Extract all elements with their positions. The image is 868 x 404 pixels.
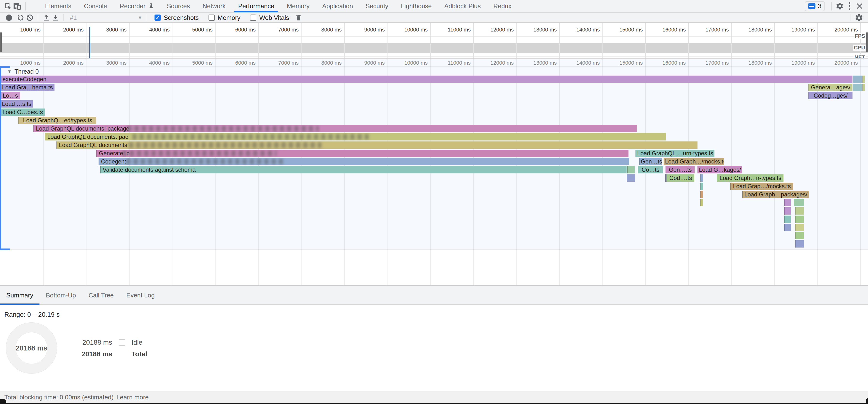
checkbox-unchecked-icon[interactable]	[250, 14, 256, 21]
flame-event-sliver[interactable]	[784, 216, 791, 223]
flame-event-sliver[interactable]	[795, 224, 804, 231]
flame-event[interactable]: Load GraphQL documents: package	[33, 125, 637, 132]
flame-event-sliver[interactable]	[701, 175, 703, 182]
flame-event-sliver[interactable]	[701, 191, 703, 198]
checkbox-web-vitals[interactable]: Web Vitals	[250, 14, 289, 22]
clear-icon[interactable]	[25, 13, 34, 22]
overview-left-handle[interactable]	[0, 32, 2, 52]
flame-event-label: Genera…ages/	[811, 84, 850, 91]
checkbox-checked-icon[interactable]: ✓	[155, 14, 161, 21]
tab-lighthouse[interactable]: Lighthouse	[395, 0, 438, 12]
flame-event[interactable]: Load G…kages/	[698, 166, 742, 174]
tab-redux[interactable]: Redux	[487, 0, 518, 12]
tab-memory[interactable]: Memory	[280, 0, 316, 12]
flame-event[interactable]: Gen….ts	[665, 166, 694, 174]
profile-select[interactable]: #1 ▼	[70, 14, 143, 22]
issues-badge[interactable]: 3	[805, 1, 825, 11]
flame-event[interactable]: Load Graph…/mocks.ts	[663, 158, 724, 165]
flame-event-sliver[interactable]	[853, 75, 862, 83]
flame-event-sliver[interactable]	[784, 199, 791, 206]
flame-event-sliver[interactable]	[784, 224, 791, 231]
flame-event[interactable]: Co…ts	[638, 166, 663, 174]
timeline-overview[interactable]: 1000 ms2000 ms3000 ms4000 ms5000 ms6000 …	[0, 23, 868, 59]
flame-event[interactable]: Codegen:	[99, 158, 629, 165]
device-toolbar-icon[interactable]	[12, 1, 22, 11]
flame-event[interactable]: executeCodegen	[0, 75, 852, 83]
tab-adblock-plus[interactable]: Adblock Plus	[438, 0, 487, 12]
inspect-element-icon[interactable]	[3, 1, 12, 11]
overview-tick	[774, 23, 775, 58]
details-tab-event-log[interactable]: Event Log	[120, 286, 161, 305]
reload-and-record-icon[interactable]	[16, 13, 25, 22]
flame-event[interactable]: Cod….ts	[666, 175, 694, 182]
flame-event[interactable]: Load GraphQL …urn-types.ts	[636, 150, 714, 157]
tab-label: Performance	[238, 2, 274, 10]
tab-network[interactable]: Network	[196, 0, 232, 12]
flame-event-sliver[interactable]	[627, 175, 635, 182]
flame-event-sliver[interactable]	[701, 199, 703, 206]
flame-event[interactable]: Gen…ts	[640, 158, 662, 165]
flame-event[interactable]: Load Grap…/mocks.ts	[730, 183, 793, 190]
capture-settings-gear-icon[interactable]	[855, 13, 864, 22]
flame-event-sliver[interactable]	[701, 183, 703, 190]
delete-recording-icon[interactable]	[294, 13, 303, 22]
flame-event-sliver[interactable]	[795, 207, 804, 215]
overview-tick	[215, 23, 216, 58]
flame-event[interactable]: Load …s.ts	[0, 100, 33, 107]
overview-playhead[interactable]	[89, 27, 90, 58]
flame-event-sliver[interactable]	[795, 240, 804, 248]
more-options-icon[interactable]	[848, 2, 850, 10]
flame-tick-label: 6000 ms	[235, 60, 258, 66]
thread-header[interactable]: ▼ Thread 0	[7, 68, 39, 75]
flame-event-sliver[interactable]	[794, 199, 804, 206]
tab-application[interactable]: Application	[316, 0, 359, 12]
overview-tick	[473, 23, 474, 58]
flame-event[interactable]: Genera…ages/	[808, 84, 852, 91]
flame-tick-label: 13000 ms	[533, 60, 559, 66]
flame-event-sliver[interactable]	[862, 75, 865, 83]
flame-event[interactable]: Load G…pes.ts	[0, 108, 45, 116]
save-profile-icon[interactable]	[51, 13, 60, 22]
summary-legend: 20188 msIdle20188 msTotal	[81, 337, 147, 360]
flame-event[interactable]: Load Graph…packages/	[742, 191, 809, 198]
load-profile-icon[interactable]	[42, 13, 51, 22]
tab-elements[interactable]: Elements	[39, 0, 78, 12]
range-label: Range: 0 – 20.19 s	[4, 311, 60, 318]
overview-tick-label: 13000 ms	[533, 27, 559, 33]
record-icon[interactable]	[6, 14, 12, 21]
flame-event-sliver[interactable]	[795, 232, 804, 239]
flame-event[interactable]: Load GraphQL documents: pac	[45, 133, 666, 141]
flame-event[interactable]: Load Gra…hema.ts	[0, 84, 55, 91]
checkbox-unchecked-icon[interactable]	[209, 14, 215, 21]
flame-event[interactable]: Validate documents against schema	[100, 166, 626, 174]
panel-tabs: ElementsConsoleRecorderSourcesNetworkPer…	[39, 0, 518, 12]
details-tab-call-tree[interactable]: Call Tree	[82, 286, 120, 305]
flame-event-sliver[interactable]	[795, 216, 804, 223]
tab-console[interactable]: Console	[78, 0, 113, 12]
flame-event[interactable]: Load Graph…n-types.ts	[717, 175, 783, 182]
close-devtools-icon[interactable]	[855, 1, 864, 11]
flame-event-sliver[interactable]	[784, 207, 791, 215]
flame-event-sliver[interactable]	[627, 166, 635, 174]
flame-event[interactable]: Generate: p	[96, 150, 628, 157]
flame-event-sliver[interactable]	[862, 84, 865, 91]
checkbox-memory[interactable]: Memory	[209, 14, 241, 22]
tab-security[interactable]: Security	[359, 0, 395, 12]
details-tab-summary[interactable]: Summary	[0, 286, 39, 305]
details-tab-bottom-up[interactable]: Bottom-Up	[39, 286, 82, 305]
flame-event[interactable]: Load GraphQ…ed/types.ts	[18, 117, 96, 124]
overview-right-handle[interactable]	[866, 32, 868, 52]
flame-event-label: Cod….ts	[670, 175, 692, 181]
settings-gear-icon[interactable]	[835, 1, 844, 11]
tab-sources[interactable]: Sources	[161, 0, 196, 12]
tab-label: Redux	[493, 2, 512, 10]
flame-event[interactable]: Codeg…ges/	[808, 92, 852, 99]
checkbox-screenshots[interactable]: ✓Screenshots	[155, 14, 199, 22]
flame-event[interactable]: Load GraphQL documents:	[56, 142, 698, 149]
tab-recorder[interactable]: Recorder	[113, 0, 161, 12]
flame-event[interactable]: Lo…s	[0, 92, 20, 99]
learn-more-link[interactable]: Learn more	[117, 394, 149, 401]
tab-performance[interactable]: Performance	[232, 0, 280, 12]
flame-event-sliver[interactable]	[853, 84, 862, 91]
flame-chart[interactable]: 1000 ms2000 ms3000 ms4000 ms5000 ms6000 …	[0, 59, 868, 285]
